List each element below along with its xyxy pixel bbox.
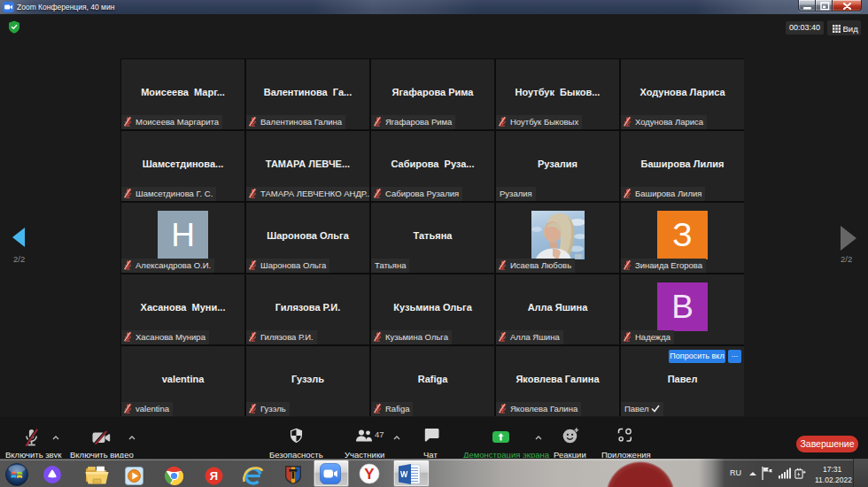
svg-text:Y: Y: [364, 466, 375, 483]
svg-text:Я: Я: [210, 469, 218, 483]
